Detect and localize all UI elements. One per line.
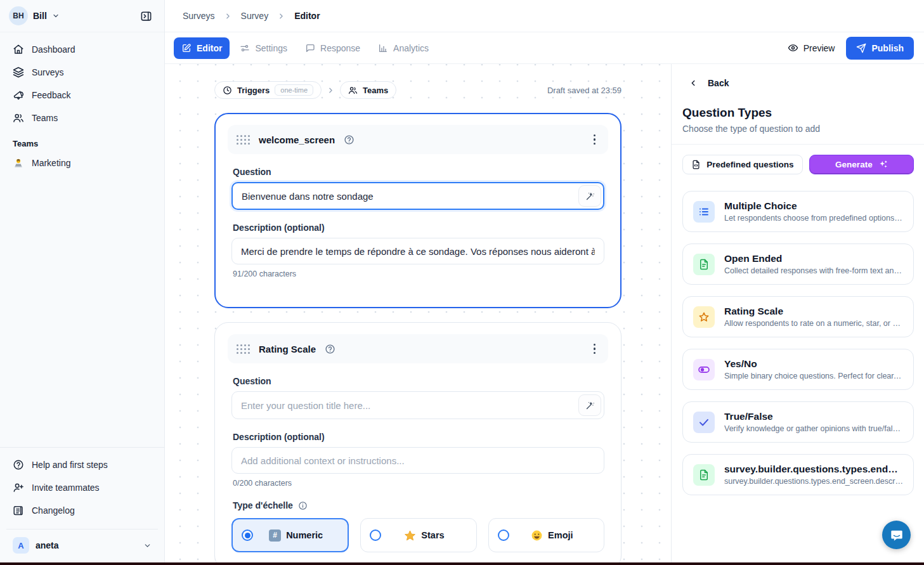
star-emoji-icon	[404, 529, 416, 542]
question-type-multiple-choice[interactable]: Multiple Choice Let respondents choose f…	[682, 191, 914, 232]
tab-response[interactable]: Response	[297, 37, 368, 59]
wand-icon	[585, 401, 595, 410]
bar-chart-icon	[378, 43, 388, 53]
canvas-chips-row: Triggers one-time Teams Draft sav	[214, 81, 621, 99]
panel-collapse-icon	[140, 10, 152, 22]
scale-option-emoji[interactable]: Emoji	[488, 518, 604, 552]
wand-icon	[585, 192, 595, 201]
info-circle-icon[interactable]	[298, 501, 308, 510]
sliders-icon	[240, 43, 250, 53]
chevron-right-icon	[327, 86, 335, 94]
account-menu[interactable]: A aneta	[9, 536, 155, 555]
question-type-yes-no[interactable]: Yes/No Simple binary choice questions. P…	[682, 349, 914, 390]
generate-label: Generate	[835, 160, 873, 169]
question-card-header: welcome_screen	[228, 125, 608, 154]
check-icon	[693, 412, 715, 433]
question-card-rating-scale[interactable]: Rating Scale Question	[214, 322, 621, 562]
sidebar-collapse-button[interactable]	[136, 6, 155, 25]
scale-option-label: Stars	[421, 530, 444, 540]
type-description: Collect detailed responses with free-for…	[724, 266, 903, 275]
back-label: Back	[708, 78, 729, 88]
star-icon	[693, 306, 715, 328]
question-type-rating-scale[interactable]: Rating Scale Allow respondents to rate o…	[682, 296, 914, 337]
question-type-true-false[interactable]: True/False Verify knowledge or gather op…	[682, 401, 914, 443]
window-bottom-edge	[0, 562, 924, 565]
teams-chip[interactable]: Teams	[340, 81, 396, 99]
toggle-icon	[693, 359, 715, 380]
footer-item-label: Help and first steps	[32, 460, 108, 470]
chat-smile-icon	[890, 528, 904, 542]
preview-button[interactable]: Preview	[788, 42, 835, 53]
editor-toolbar: Editor Settings Response Analytics	[165, 32, 924, 64]
card-menu-kebab-icon[interactable]	[590, 340, 600, 358]
type-title: survey.builder.questions.types.end_scr..…	[724, 464, 903, 475]
question-type-open-ended[interactable]: Open Ended Collect detailed responses wi…	[682, 244, 914, 285]
sidebar-item-help[interactable]: Help and first steps	[6, 454, 158, 476]
teams-chip-label: Teams	[363, 86, 388, 95]
triggers-chip[interactable]: Triggers one-time	[214, 81, 322, 99]
question-title-input[interactable]	[231, 391, 604, 419]
scale-option-numeric[interactable]: # Numeric	[231, 518, 349, 552]
breadcrumb: Surveys Survey Editor	[165, 0, 924, 32]
content-row: Triggers one-time Teams Draft sav	[165, 64, 924, 562]
panel-title: Question Types	[682, 106, 913, 120]
publish-button[interactable]: Publish	[846, 37, 914, 60]
sidebar-item-changelog[interactable]: Changelog	[6, 500, 158, 521]
chevron-right-icon	[277, 12, 285, 20]
megaphone-icon	[13, 89, 24, 101]
sidebar: BH Bill Dashboard	[0, 0, 165, 562]
scale-option-stars[interactable]: Stars	[360, 518, 476, 552]
generate-button[interactable]: Generate	[809, 155, 914, 174]
type-title: Multiple Choice	[724, 200, 903, 212]
tab-editor[interactable]: Editor	[174, 37, 230, 59]
tab-label: Settings	[255, 43, 287, 53]
drag-handle-icon[interactable]	[237, 135, 250, 145]
smiley-emoji-icon	[531, 529, 543, 542]
sidebar-item-label: Dashboard	[32, 44, 75, 55]
breadcrumb-surveys[interactable]: Surveys	[183, 11, 215, 21]
type-description: Simple binary choice questions. Perfect …	[724, 372, 903, 380]
workspace-switcher[interactable]: BH Bill	[9, 6, 60, 25]
tab-settings[interactable]: Settings	[232, 37, 295, 59]
breadcrumb-survey[interactable]: Survey	[241, 11, 269, 21]
question-title-input[interactable]	[231, 182, 604, 210]
drag-handle-icon[interactable]	[237, 344, 250, 354]
tab-analytics[interactable]: Analytics	[370, 37, 436, 59]
question-label: Question	[233, 167, 603, 177]
sidebar-item-team-marketing[interactable]: Marketing	[6, 152, 158, 174]
question-type-end-screen[interactable]: survey.builder.questions.types.end_scr..…	[682, 454, 914, 495]
card-menu-kebab-icon[interactable]	[590, 131, 600, 149]
sparkles-icon	[878, 160, 888, 169]
sidebar-item-surveys[interactable]: Surveys	[6, 62, 158, 83]
predefined-questions-label: Predefined questions	[706, 160, 793, 169]
help-circle-icon[interactable]	[325, 344, 335, 354]
workspace-name: Bill	[33, 11, 47, 21]
sidebar-item-teams[interactable]: Teams	[6, 107, 158, 129]
footer-item-label: Invite teammates	[32, 483, 100, 493]
one-time-badge: one-time	[275, 84, 313, 96]
back-button[interactable]: Back	[689, 78, 729, 88]
sidebar-nav: Dashboard Surveys Feedback Teams	[0, 32, 164, 129]
description-input-wrap	[231, 238, 604, 264]
layers-icon	[13, 67, 24, 78]
help-circle-icon[interactable]	[344, 134, 355, 145]
question-input-wrap	[231, 182, 604, 210]
magic-wand-button[interactable]	[578, 394, 601, 416]
magic-wand-button[interactable]	[578, 185, 601, 207]
sidebar-item-dashboard[interactable]: Dashboard	[6, 39, 158, 60]
type-title: Rating Scale	[724, 306, 903, 317]
predefined-questions-button[interactable]: Predefined questions	[682, 155, 803, 174]
question-card-welcome-screen[interactable]: welcome_screen Question	[214, 113, 621, 308]
sidebar-item-feedback[interactable]: Feedback	[6, 84, 158, 106]
description-input[interactable]	[231, 447, 604, 474]
radio-icon	[370, 529, 381, 541]
type-description: Let respondents choose from predefined o…	[724, 214, 903, 223]
char-count: 91/200 characters	[233, 270, 603, 278]
type-description: survey.builder.questions.types.end_scree…	[724, 477, 903, 486]
account-avatar: A	[13, 537, 29, 554]
chevron-down-icon	[52, 12, 60, 20]
question-card-title: Rating Scale	[259, 344, 316, 354]
description-input[interactable]	[231, 238, 604, 264]
sidebar-item-invite[interactable]: Invite teammates	[6, 477, 158, 498]
chat-widget-button[interactable]	[882, 521, 911, 549]
